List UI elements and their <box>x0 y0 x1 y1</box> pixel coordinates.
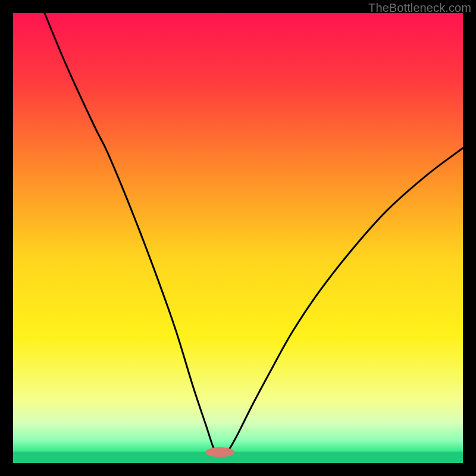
gradient-background <box>13 13 463 463</box>
chart-canvas <box>13 13 463 463</box>
optimal-marker <box>206 447 234 458</box>
plot-area <box>13 13 463 463</box>
watermark-label: TheBottleneck.com <box>368 1 471 15</box>
chart-frame: TheBottleneck.com <box>0 0 476 476</box>
bottom-band <box>13 452 463 463</box>
